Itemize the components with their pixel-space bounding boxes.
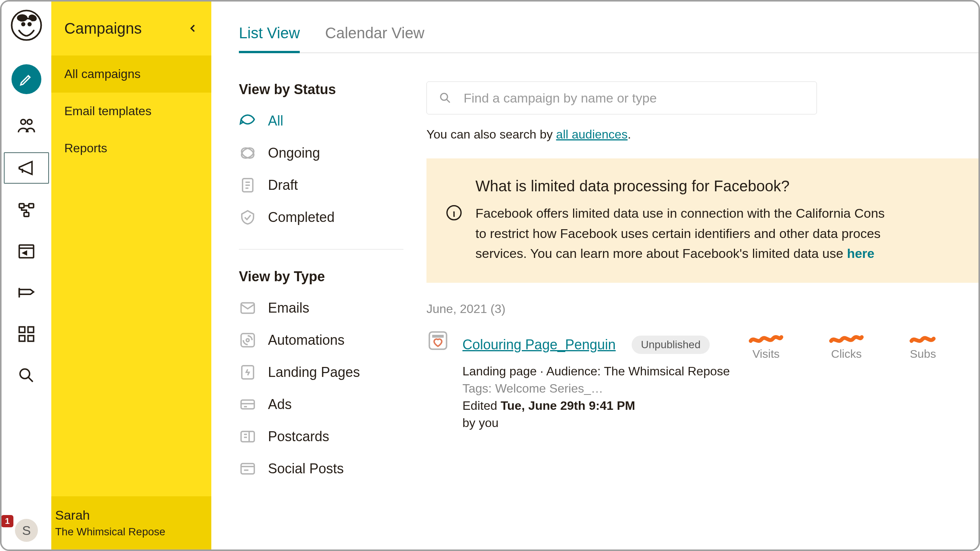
campaign-tags: Tags: Welcome Series_…: [462, 381, 978, 396]
audience-icon[interactable]: [2, 116, 51, 135]
subnav-item-email-templates[interactable]: Email templates: [51, 93, 211, 130]
campaign-type-icon: [426, 329, 449, 352]
subnav-footer[interactable]: Sarah The Whimsical Repose: [51, 496, 211, 549]
notice-link[interactable]: here: [847, 246, 874, 261]
notification-badge: 1: [1, 515, 13, 527]
svg-point-4: [28, 23, 31, 26]
svg-rect-25: [241, 464, 255, 474]
filter-label: Emails: [268, 300, 309, 316]
stat-visits: Visits: [749, 331, 783, 360]
campaign-row: Colouring Page_Penguin Unpublished Visit…: [426, 329, 978, 433]
svg-point-15: [20, 369, 29, 378]
svg-rect-14: [28, 336, 34, 341]
svg-rect-29: [432, 335, 444, 338]
svg-rect-12: [28, 327, 34, 333]
search-box[interactable]: [426, 82, 817, 114]
svg-rect-8: [29, 204, 34, 207]
month-header: June, 2021 (3): [426, 302, 978, 316]
status-badge: Unpublished: [632, 336, 710, 354]
filter-label: All: [268, 113, 283, 129]
filter-status-draft[interactable]: Draft: [239, 176, 403, 194]
content-icon[interactable]: [2, 283, 51, 302]
all-audiences-link[interactable]: all audiences: [556, 127, 628, 141]
search-icon[interactable]: [2, 366, 51, 385]
info-icon: [446, 178, 462, 264]
subnav-title: Campaigns: [64, 20, 142, 37]
svg-point-6: [27, 119, 32, 124]
filter-label: Draft: [268, 177, 298, 193]
iconbar: 1 S: [2, 2, 51, 549]
filter-type-postcards[interactable]: Postcards: [239, 428, 403, 445]
subnav: Campaigns All campaigns Email templates …: [51, 2, 211, 549]
integrations-icon[interactable]: [2, 324, 51, 344]
avatar[interactable]: 1 S: [15, 519, 38, 542]
search-input[interactable]: [463, 90, 805, 106]
filter-type-landing-pages[interactable]: Landing Pages: [239, 364, 403, 381]
filter-status-heading: View by Status: [239, 82, 403, 98]
tabs: List View Calendar View: [239, 2, 978, 53]
stat-subs: Subs: [910, 331, 936, 360]
filter-type-heading: View by Type: [239, 269, 403, 285]
collapse-icon[interactable]: [188, 20, 198, 37]
user-org: The Whimsical Repose: [55, 526, 204, 538]
campaign-edited: Edited Tue, June 29th 9:41 PM: [462, 399, 978, 413]
svg-point-3: [22, 23, 24, 26]
svg-point-26: [441, 93, 448, 100]
svg-rect-7: [19, 204, 24, 207]
search-hint: You can also search by all audiences.: [426, 127, 978, 142]
user-name: Sarah: [55, 508, 204, 523]
list-area: You can also search by all audiences. Wh…: [426, 82, 978, 500]
subnav-item-reports[interactable]: Reports: [51, 130, 211, 167]
filter-status-completed[interactable]: Completed: [239, 209, 403, 226]
stat-clicks: Clicks: [829, 331, 864, 360]
subnav-item-all-campaigns[interactable]: All campaigns: [51, 55, 211, 93]
filter-label: Ads: [268, 396, 292, 412]
filter-label: Completed: [268, 209, 335, 225]
svg-rect-13: [19, 336, 25, 341]
campaign-subtitle: Landing page · Audience: The Whimsical R…: [462, 364, 978, 378]
svg-point-5: [21, 119, 25, 124]
notice-title: What is limited data processing for Face…: [475, 178, 885, 195]
tab-calendar-view[interactable]: Calendar View: [325, 24, 424, 52]
campaigns-icon[interactable]: [4, 152, 49, 184]
notice: What is limited data processing for Face…: [426, 158, 978, 283]
campaign-by: by you: [462, 416, 978, 430]
filter-status-all[interactable]: All: [239, 112, 403, 130]
automations-icon[interactable]: [2, 201, 51, 220]
filters: View by Status All Ongoing Draft: [239, 82, 403, 500]
divider: [239, 249, 403, 249]
filter-label: Social Posts: [268, 461, 344, 477]
svg-rect-23: [241, 400, 255, 409]
svg-rect-9: [24, 212, 29, 216]
main: List View Calendar View View by Status A…: [211, 2, 978, 549]
filter-type-automations[interactable]: Automations: [239, 331, 403, 349]
filter-type-ads[interactable]: Ads: [239, 396, 403, 413]
campaign-title[interactable]: Colouring Page_Penguin: [462, 337, 616, 353]
svg-point-17: [240, 146, 255, 160]
avatar-letter: S: [22, 523, 31, 538]
filter-type-social-posts[interactable]: Social Posts: [239, 460, 403, 478]
filter-label: Postcards: [268, 429, 329, 445]
filter-label: Ongoing: [268, 145, 320, 161]
filter-label: Automations: [268, 332, 345, 348]
filter-label: Landing Pages: [268, 364, 360, 380]
website-icon[interactable]: [2, 242, 51, 261]
filter-type-emails[interactable]: Emails: [239, 299, 403, 317]
tab-list-view[interactable]: List View: [239, 24, 300, 52]
svg-rect-24: [241, 432, 255, 442]
logo-icon[interactable]: [2, 8, 51, 42]
svg-rect-11: [19, 327, 25, 333]
search-icon: [438, 91, 452, 105]
filter-status-ongoing[interactable]: Ongoing: [239, 144, 403, 162]
svg-point-21: [246, 339, 249, 342]
notice-body: Facebook offers limited data use in conn…: [475, 203, 885, 264]
create-icon[interactable]: [2, 64, 51, 94]
